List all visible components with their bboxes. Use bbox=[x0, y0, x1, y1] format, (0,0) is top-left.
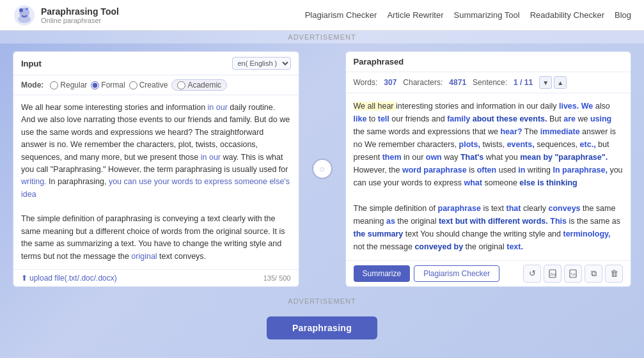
logo-icon bbox=[13, 4, 36, 27]
lang-select[interactable]: en( English ) bbox=[232, 57, 291, 70]
logo-text-area: Paraphrasing Tool Online paraphraser bbox=[41, 6, 119, 24]
chars-label: Characters: bbox=[403, 78, 443, 87]
summarize-button[interactable]: Summarize bbox=[354, 265, 411, 282]
words-label: Words: bbox=[354, 78, 378, 87]
mode-row: Mode: Regular Formal Creative Academic bbox=[13, 75, 299, 95]
divider-circle[interactable]: ○ bbox=[312, 159, 333, 179]
sentence-value: 1 / 11 bbox=[514, 78, 533, 87]
nav-readability[interactable]: Readability Checker bbox=[530, 10, 604, 20]
ad-banner-bottom: ADVERTISEMENT bbox=[0, 295, 644, 307]
output-panel: Paraphrased Words: 307 Characters: 4871 … bbox=[345, 51, 632, 287]
divider-area: ○ bbox=[310, 51, 335, 287]
mode-formal[interactable]: Formal bbox=[91, 81, 125, 90]
mode-academic[interactable]: Academic bbox=[171, 79, 227, 91]
copy-button[interactable]: ⧉ bbox=[585, 265, 602, 283]
logo-area: Paraphrasing Tool Online paraphraser bbox=[13, 4, 119, 27]
svg-point-4 bbox=[26, 8, 28, 10]
download-txt-button[interactable]: Txt bbox=[564, 265, 582, 283]
char-count: 135/ 500 bbox=[263, 274, 291, 282]
nav-plagiarism[interactable]: Plagiarism Checker bbox=[305, 10, 377, 20]
txt-icon: Txt bbox=[569, 269, 577, 278]
bottom-area: Paraphrasing bbox=[0, 307, 644, 352]
header: Paraphrasing Tool Online paraphraser Pla… bbox=[0, 0, 644, 31]
nav-article-rewriter[interactable]: Article Rewriter bbox=[387, 10, 443, 20]
chars-value: 4871 bbox=[449, 78, 466, 87]
refresh-button[interactable]: ↺ bbox=[523, 265, 541, 283]
delete-button[interactable]: 🗑 bbox=[605, 265, 623, 283]
input-panel-title: Input bbox=[21, 59, 42, 68]
sentence-next-btn[interactable]: ▲ bbox=[554, 76, 567, 89]
doc-icon: Doc bbox=[548, 269, 557, 278]
sentence-label: Sentence: bbox=[473, 78, 507, 87]
mode-regular[interactable]: Regular bbox=[50, 81, 87, 90]
paraphrase-button[interactable]: Paraphrasing bbox=[267, 316, 377, 339]
sentence-prev-btn[interactable]: ▼ bbox=[539, 76, 552, 89]
svg-point-3 bbox=[19, 8, 23, 12]
words-value: 307 bbox=[384, 78, 397, 87]
input-panel: Input en( English ) Mode: Regular Formal… bbox=[13, 51, 299, 287]
nav-blog[interactable]: Blog bbox=[615, 10, 631, 20]
output-stats: Words: 307 Characters: 4871 Sentence: 1 … bbox=[346, 72, 631, 93]
download-doc-button[interactable]: Doc bbox=[544, 265, 562, 283]
action-btns: Summarize Plagiarism Checker bbox=[354, 265, 500, 282]
logo-title: Paraphrasing Tool bbox=[41, 6, 119, 17]
mode-creative[interactable]: Creative bbox=[129, 81, 168, 90]
logo-subtitle: Online paraphraser bbox=[41, 17, 119, 24]
output-footer: Summarize Plagiarism Checker ↺ Doc Txt bbox=[346, 260, 631, 286]
input-panel-header: Input en( English ) bbox=[13, 52, 299, 75]
mode-label: Mode: bbox=[21, 81, 43, 90]
upload-link[interactable]: ⬆ upload file(.txt/.doc/.docx) bbox=[21, 274, 117, 283]
nav-summarizing[interactable]: Summarizing Tool bbox=[454, 10, 520, 20]
ad-banner-top: ADVERTISEMENT bbox=[0, 31, 644, 43]
main-content: Input en( English ) Mode: Regular Formal… bbox=[0, 43, 644, 295]
upload-icon: ⬆ bbox=[21, 274, 27, 283]
plagiarism-check-button[interactable]: Plagiarism Checker bbox=[414, 265, 499, 282]
output-panel-title: Paraphrased bbox=[354, 57, 404, 66]
input-text-area[interactable]: We all hear some interesting stories and… bbox=[13, 95, 299, 269]
output-text-area: We all hear interesting stories and info… bbox=[346, 93, 631, 260]
sentence-nav: ▼ ▲ bbox=[539, 76, 567, 89]
input-footer: ⬆ upload file(.txt/.doc/.docx) 135/ 500 bbox=[13, 269, 299, 286]
svg-text:Txt: Txt bbox=[571, 272, 576, 276]
nav-links: Plagiarism Checker Article Rewriter Summ… bbox=[305, 10, 631, 20]
icon-btns: ↺ Doc Txt ⧉ 🗑 bbox=[523, 265, 623, 283]
svg-text:Doc: Doc bbox=[551, 272, 556, 276]
output-panel-header: Paraphrased bbox=[346, 52, 631, 72]
